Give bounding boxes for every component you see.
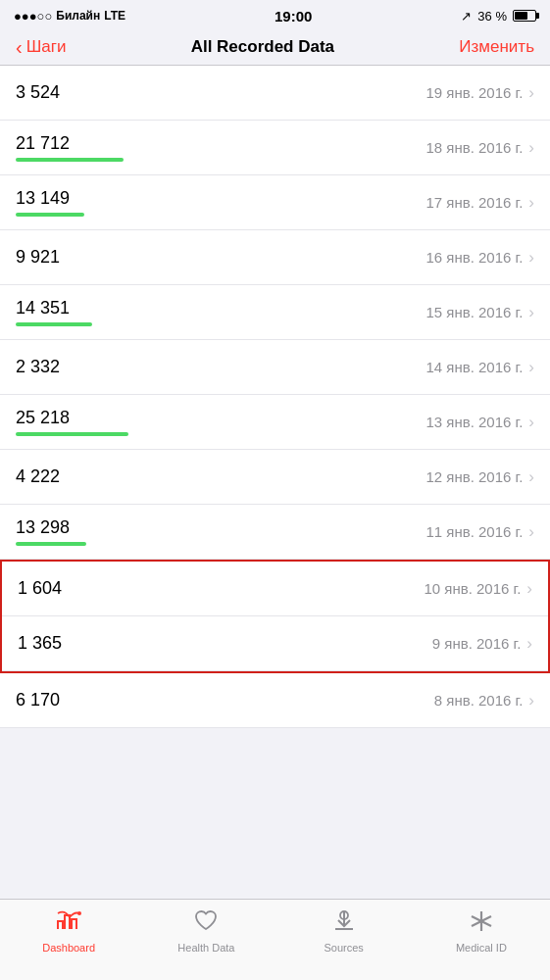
back-button[interactable]: ‹ Шаги	[16, 37, 66, 57]
item-progress-bar	[16, 213, 84, 217]
download-icon	[330, 907, 358, 939]
list-item[interactable]: 1 3659 янв. 2016 г.›	[2, 616, 548, 671]
item-chevron-icon: ›	[528, 83, 534, 103]
item-progress-bar	[16, 432, 128, 436]
network-label: LTE	[104, 9, 125, 23]
signal-dots: ●●●○○	[14, 9, 52, 24]
list-item[interactable]: 21 71218 янв. 2016 г.›	[0, 121, 550, 175]
tab-medical-id[interactable]: Medical ID	[413, 907, 550, 954]
item-left: 9 921	[16, 247, 60, 268]
item-chevron-icon: ›	[528, 358, 534, 377]
item-value: 4 222	[16, 466, 60, 487]
item-right: 14 янв. 2016 г.›	[425, 358, 534, 377]
chart-icon	[55, 907, 82, 939]
item-right: 8 янв. 2016 г.›	[434, 691, 534, 710]
item-date: 16 янв. 2016 г.	[425, 249, 523, 266]
list-item[interactable]: 4 22212 янв. 2016 г.›	[0, 450, 550, 505]
item-chevron-icon: ›	[528, 248, 534, 268]
item-right: 17 янв. 2016 г.›	[425, 193, 534, 213]
item-date: 18 янв. 2016 г.	[425, 139, 523, 156]
item-chevron-icon: ›	[526, 579, 532, 599]
item-date: 19 янв. 2016 г.	[425, 84, 523, 101]
tab-sources[interactable]: Sources	[275, 907, 413, 954]
tab-health-data[interactable]: Health Data	[137, 907, 275, 954]
tab-dashboard[interactable]: Dashboard	[0, 907, 137, 954]
item-right: 12 янв. 2016 г.›	[425, 467, 534, 487]
item-date: 14 янв. 2016 г.	[425, 359, 523, 375]
item-value: 13 298	[16, 517, 86, 538]
item-progress-bar	[16, 542, 86, 546]
item-value: 1 365	[18, 633, 62, 654]
item-value: 13 149	[16, 188, 84, 209]
item-chevron-icon: ›	[528, 522, 534, 542]
list-item[interactable]: 3 52419 янв. 2016 г.›	[0, 66, 550, 121]
item-right: 15 янв. 2016 г.›	[425, 303, 534, 322]
page-title: All Recorded Data	[191, 37, 334, 57]
tab-dashboard-label: Dashboard	[42, 942, 95, 954]
item-chevron-icon: ›	[528, 303, 534, 322]
tab-bar: Dashboard Health Data Sources	[0, 899, 550, 980]
nav-bar: ‹ Шаги All Recorded Data Изменить	[0, 29, 550, 66]
battery-fill	[515, 12, 527, 20]
item-left: 25 218	[16, 408, 128, 436]
item-date: 8 янв. 2016 г.	[434, 692, 524, 709]
item-value: 6 170	[16, 690, 60, 710]
heart-icon	[192, 907, 220, 939]
item-left: 2 332	[16, 357, 60, 377]
item-value: 3 524	[16, 82, 60, 103]
item-date: 10 янв. 2016 г.	[424, 580, 521, 597]
list-item[interactable]: 14 35115 янв. 2016 г.›	[0, 285, 550, 340]
list-item[interactable]: 6 1708 янв. 2016 г.›	[0, 673, 550, 728]
item-date: 13 янв. 2016 г.	[425, 414, 523, 430]
tab-sources-label: Sources	[324, 942, 363, 954]
item-chevron-icon: ›	[528, 193, 534, 213]
item-value: 25 218	[16, 408, 128, 428]
item-left: 13 298	[16, 517, 86, 546]
tab-health-data-label: Health Data	[177, 942, 234, 954]
back-chevron-icon: ‹	[16, 37, 23, 57]
item-progress-bar	[16, 158, 124, 162]
list-item[interactable]: 25 21813 янв. 2016 г.›	[0, 395, 550, 450]
list-item[interactable]: 1 60410 янв. 2016 г.›	[2, 562, 548, 616]
item-value: 21 712	[16, 133, 124, 154]
status-right: ↗ 36 %	[461, 9, 536, 24]
item-left: 13 149	[16, 188, 84, 217]
status-bar: ●●●○○ Билайн LTE 19:00 ↗ 36 %	[0, 0, 550, 29]
time-display: 19:00	[275, 8, 312, 24]
item-left: 6 170	[16, 690, 60, 710]
item-right: 9 янв. 2016 г.›	[432, 634, 532, 654]
item-left: 14 351	[16, 298, 92, 326]
item-date: 17 янв. 2016 г.	[425, 194, 523, 211]
item-chevron-icon: ›	[528, 467, 534, 487]
item-progress-bar	[16, 322, 92, 326]
item-chevron-icon: ›	[526, 634, 532, 654]
item-left: 3 524	[16, 82, 60, 103]
asterisk-icon	[468, 907, 495, 939]
arrow-icon: ↗	[461, 9, 472, 24]
item-right: 11 янв. 2016 г.›	[425, 522, 534, 542]
highlighted-group: 1 60410 янв. 2016 г.›1 3659 янв. 2016 г.…	[0, 560, 550, 673]
item-value: 14 351	[16, 298, 92, 318]
list-item[interactable]: 13 14917 янв. 2016 г.›	[0, 175, 550, 230]
back-label: Шаги	[26, 37, 67, 57]
list-item[interactable]: 13 29811 янв. 2016 г.›	[0, 505, 550, 560]
item-chevron-icon: ›	[528, 138, 534, 158]
carrier-label: Билайн	[56, 9, 100, 23]
tab-medical-id-label: Medical ID	[456, 942, 507, 954]
item-left: 21 712	[16, 133, 124, 162]
item-left: 4 222	[16, 466, 60, 487]
item-value: 1 604	[18, 578, 62, 599]
item-value: 2 332	[16, 357, 60, 377]
list-item[interactable]: 9 92116 янв. 2016 г.›	[0, 230, 550, 285]
item-right: 19 янв. 2016 г.›	[425, 83, 534, 103]
item-date: 11 янв. 2016 г.	[425, 523, 523, 540]
edit-button[interactable]: Изменить	[459, 37, 534, 57]
item-right: 13 янв. 2016 г.›	[425, 413, 534, 432]
list-item[interactable]: 2 33214 янв. 2016 г.›	[0, 340, 550, 395]
battery-icon	[513, 10, 536, 22]
item-left: 1 604	[18, 578, 62, 599]
item-date: 12 янв. 2016 г.	[425, 468, 523, 485]
status-left: ●●●○○ Билайн LTE	[14, 9, 125, 24]
item-chevron-icon: ›	[528, 691, 534, 710]
item-date: 15 янв. 2016 г.	[425, 304, 523, 320]
